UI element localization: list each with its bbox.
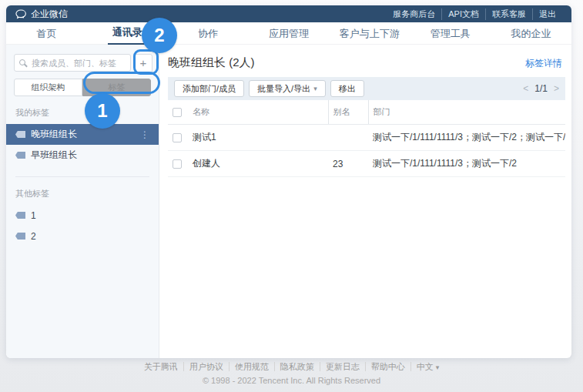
- footer-links: 关于腾讯用户协议使用规范隐私政策更新日志帮助中心中文 ▾: [0, 361, 583, 373]
- row-checkbox[interactable]: [173, 133, 182, 142]
- main-nav: 首页 通讯录 协作 应用管理 客户与上下游 管理工具 我的企业: [6, 22, 571, 45]
- app-window: 企业微信 服务商后台 API文档 联系客服 退出 首页 通讯录 协作 应用管理 …: [6, 5, 571, 358]
- search-wrap: [14, 54, 131, 73]
- annotation-highlight-add-button: [133, 49, 159, 75]
- pagination: < 1/1 >: [523, 83, 559, 94]
- nav-tab-management-tools[interactable]: 管理工具: [410, 22, 491, 44]
- search-icon: [19, 59, 25, 65]
- language-selector[interactable]: 中文 ▾: [410, 362, 445, 371]
- tag-item-1[interactable]: 1: [6, 205, 159, 226]
- search-input[interactable]: [14, 54, 131, 72]
- chevron-down-icon: ▾: [313, 85, 317, 92]
- prev-page-button[interactable]: <: [523, 83, 528, 94]
- table-row[interactable]: 测试1 测试一下/1/111/1111/3；测试一下/2；测试一下/1；测...: [168, 125, 565, 151]
- remove-button[interactable]: 移出: [330, 80, 364, 97]
- footer-link-usage-rules[interactable]: 使用规范: [229, 362, 274, 371]
- copyright-text: © 1998 - 2022 Tencent Inc. All Rights Re…: [0, 376, 583, 385]
- add-department-member-button[interactable]: 添加部门/成员: [174, 80, 244, 97]
- tag-detail-link[interactable]: 标签详情: [525, 57, 562, 70]
- tag-item-label: 晚班组组长: [31, 128, 77, 141]
- contact-support-link[interactable]: 联系客服: [485, 8, 532, 20]
- footer-link-help-center[interactable]: 帮助中心: [365, 362, 410, 371]
- more-options-icon[interactable]: ⋮: [140, 129, 149, 140]
- tag-icon: [15, 233, 25, 240]
- tag-icon: [15, 131, 25, 138]
- member-alias: 23: [328, 151, 368, 177]
- annotation-step-1-badge: 1: [85, 93, 120, 129]
- logout-link[interactable]: 退出: [532, 8, 562, 20]
- chevron-down-icon: ▾: [436, 364, 440, 371]
- page-title: 晚班组组长 (2人): [168, 55, 255, 70]
- header-department[interactable]: 部门: [368, 100, 565, 125]
- app-logo-text: 企业微信: [31, 8, 68, 21]
- footer-link-about-tencent[interactable]: 关于腾讯: [139, 362, 183, 371]
- service-provider-console-link[interactable]: 服务商后台: [387, 8, 441, 20]
- select-all-checkbox[interactable]: [173, 108, 182, 117]
- member-toolbar: 添加部门/成员 批量导入/导出 ▾ 移出 < 1/1 >: [168, 77, 565, 100]
- top-bar: 企业微信 服务商后台 API文档 联系客服 退出: [6, 5, 571, 22]
- member-name: 测试1: [188, 125, 328, 151]
- tag-detail-panel: 晚班组组长 (2人) 标签详情 添加部门/成员 批量导入/导出 ▾ 移出 < 1…: [159, 45, 571, 358]
- member-alias: [328, 125, 368, 151]
- tag-item-morning-shift-leader[interactable]: 早班组组长: [6, 145, 159, 166]
- nav-tab-app-management[interactable]: 应用管理: [249, 22, 330, 44]
- header-alias[interactable]: 别名: [328, 100, 368, 125]
- my-tags-section-title: 我的标签: [6, 96, 159, 124]
- nav-tab-customers-updown[interactable]: 客户与上下游: [329, 22, 410, 44]
- footer-link-user-agreement[interactable]: 用户协议: [183, 362, 229, 371]
- tag-icon: [15, 212, 25, 219]
- member-department: 测试一下/1/111/1111/3；测试一下/2；测试一下/1；测...: [368, 125, 565, 151]
- header-name[interactable]: 名称: [188, 100, 328, 125]
- search-row: +: [14, 54, 152, 73]
- row-checkbox[interactable]: [173, 159, 182, 169]
- members-table: 名称 别名 部门 测试1 测试一下/1/111/1111/3；测试一下/2；测试…: [168, 100, 565, 177]
- annotation-highlight-tags-tab: [83, 72, 160, 94]
- tab-org-structure[interactable]: 组织架构: [14, 79, 82, 96]
- nav-tab-home[interactable]: 首页: [6, 22, 87, 44]
- footer-link-privacy-policy[interactable]: 隐私政策: [274, 362, 320, 371]
- app-logo: 企业微信: [15, 8, 68, 21]
- next-page-button[interactable]: >: [554, 83, 559, 94]
- member-name: 创建人: [188, 151, 328, 177]
- tag-item-label: 2: [31, 231, 36, 242]
- tag-icon: [15, 152, 25, 159]
- table-header-row: 名称 别名 部门: [168, 100, 565, 125]
- tag-item-label: 早班组组长: [31, 149, 77, 162]
- other-tags-section-title: 其他标签: [6, 177, 159, 205]
- footer-link-changelog[interactable]: 更新日志: [320, 362, 365, 371]
- table-row[interactable]: 创建人 23 测试一下/1/111/1111/3；测试一下/2: [168, 151, 565, 177]
- page-footer: 关于腾讯用户协议使用规范隐私政策更新日志帮助中心中文 ▾ © 1998 - 20…: [0, 361, 583, 385]
- annotation-step-2-badge: 2: [142, 18, 177, 53]
- nav-tab-collaboration[interactable]: 协作: [168, 22, 249, 44]
- main-header: 晚班组组长 (2人) 标签详情: [168, 55, 565, 70]
- tag-item-2[interactable]: 2: [6, 226, 159, 246]
- page-indicator: 1/1: [534, 83, 548, 94]
- member-department: 测试一下/1/111/1111/3；测试一下/2: [368, 151, 565, 177]
- batch-import-export-button[interactable]: 批量导入/导出 ▾: [249, 80, 326, 97]
- nav-tab-my-enterprise[interactable]: 我的企业: [491, 22, 571, 44]
- top-bar-links: 服务商后台 API文档 联系客服 退出: [387, 8, 562, 20]
- tag-item-label: 1: [31, 210, 36, 221]
- tag-item-night-shift-leader[interactable]: 晚班组组长 ⋮: [6, 124, 159, 145]
- api-docs-link[interactable]: API文档: [441, 8, 485, 20]
- wechat-work-bubble-icon: [15, 9, 27, 19]
